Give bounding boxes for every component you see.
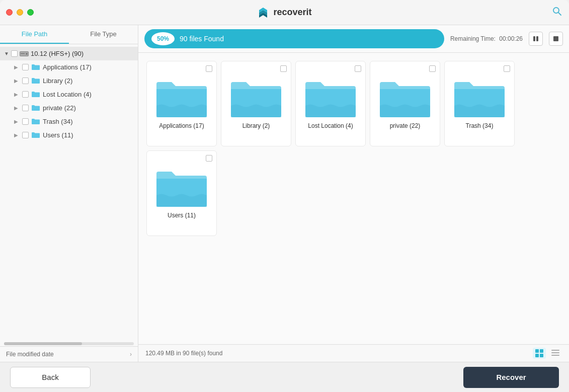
folder-icon-large: [454, 78, 505, 118]
folder-checkbox[interactable]: [355, 65, 361, 72]
pause-icon: [532, 35, 539, 42]
list-view-button[interactable]: [549, 348, 562, 359]
grid-view-icon: [535, 349, 544, 358]
sidebar-tree: ▼ 10.12 (HFS+) (90) ▶ Applications (17): [0, 44, 138, 341]
folder-icon-large: [156, 168, 207, 208]
item-label: Lost Location (4): [43, 91, 92, 98]
folder-checkbox[interactable]: [206, 155, 212, 162]
svg-rect-16: [551, 350, 559, 351]
folder-label: Lost Location (4): [308, 122, 353, 129]
folder-label: Trash (34): [466, 122, 494, 129]
folder-label: private (22): [390, 122, 421, 129]
folder-checkbox[interactable]: [429, 65, 436, 72]
item-label: Trash (34): [43, 118, 72, 125]
app-title: recoverit: [273, 7, 311, 18]
folder-card-trash[interactable]: Trash (34): [444, 61, 515, 146]
root-checkbox[interactable]: [11, 50, 18, 57]
search-icon[interactable]: [552, 6, 562, 19]
item-checkbox[interactable]: [22, 77, 29, 84]
folder-label: Users (11): [168, 212, 196, 219]
item-checkbox[interactable]: [22, 105, 29, 111]
chevron-right-icon: ›: [130, 351, 132, 358]
file-stats: 120.49 MB in 90 file(s) found: [145, 350, 222, 357]
folder-icon: [32, 105, 40, 111]
back-button[interactable]: Back: [10, 367, 91, 388]
folder-icon: [32, 91, 40, 98]
folder-icon-large: [305, 78, 356, 118]
logo: recoverit: [257, 7, 311, 19]
progress-percent-text: 50%: [157, 35, 169, 42]
sidebar-scrollbar[interactable]: [4, 342, 134, 345]
folder-icon-large: [380, 78, 430, 118]
pause-button[interactable]: [529, 32, 543, 46]
content-header: 50% 90 files Found Remaining Time: 00:00…: [138, 25, 569, 53]
chevron-right-icon: ▶: [14, 64, 18, 70]
file-grid: Applications (17) Library (2): [138, 53, 569, 344]
recover-button[interactable]: Recover: [463, 367, 559, 388]
remaining-time: Remaining Time: 00:00:26: [450, 35, 523, 42]
minimize-button[interactable]: [17, 9, 23, 16]
close-button[interactable]: [6, 9, 13, 16]
item-label: Library (2): [43, 77, 72, 85]
folder-icon: [32, 132, 40, 138]
tree-root-item[interactable]: ▼ 10.12 (HFS+) (90): [0, 47, 138, 60]
folder-label: Applications (17): [159, 122, 204, 129]
folder-checkbox[interactable]: [280, 65, 287, 72]
chevron-right-icon: ▶: [14, 78, 18, 84]
svg-rect-12: [535, 349, 539, 353]
list-item[interactable]: ▶ Library (2): [0, 74, 138, 88]
folder-icon: [32, 64, 40, 70]
folder-card-private[interactable]: private (22): [370, 61, 440, 146]
folder-card-users[interactable]: Users (11): [146, 150, 217, 236]
chevron-right-icon: ▶: [14, 92, 18, 97]
chevron-right-icon: ▶: [14, 132, 18, 138]
sidebar-tabs: File Path File Type: [0, 25, 138, 44]
item-checkbox[interactable]: [22, 118, 29, 125]
list-item[interactable]: ▶ Trash (34): [0, 115, 138, 128]
folder-card-library[interactable]: Library (2): [221, 61, 291, 146]
filter-label: File modified date: [6, 351, 54, 358]
hdd-icon: [20, 50, 29, 57]
folder-icon-large: [231, 78, 281, 118]
item-checkbox[interactable]: [22, 132, 29, 138]
list-item[interactable]: ▶ Users (11): [0, 128, 138, 142]
svg-rect-15: [540, 354, 543, 357]
list-item[interactable]: ▶ Applications (17): [0, 60, 138, 74]
scrollbar-thumb: [4, 342, 82, 345]
svg-rect-14: [535, 354, 539, 357]
sidebar: File Path File Type ▼ 10.12 (HFS+) (90) …: [0, 25, 138, 362]
folder-card-lost-location[interactable]: Lost Location (4): [295, 61, 366, 146]
svg-rect-17: [551, 352, 559, 353]
svg-rect-8: [21, 53, 25, 54]
logo-icon: [257, 7, 269, 19]
svg-line-4: [558, 13, 561, 15]
list-view-icon: [551, 349, 560, 358]
item-label: private (22): [43, 104, 76, 112]
files-found-text: 90 files Found: [180, 35, 224, 43]
list-item[interactable]: ▶ Lost Location (4): [0, 88, 138, 101]
list-item[interactable]: ▶ private (22): [0, 101, 138, 115]
item-checkbox[interactable]: [22, 91, 29, 98]
chevron-right-icon: ▶: [14, 105, 18, 111]
svg-rect-18: [551, 355, 559, 356]
svg-point-7: [26, 53, 27, 54]
tab-file-path[interactable]: File Path: [0, 25, 69, 44]
item-checkbox[interactable]: [22, 64, 29, 70]
folder-card-applications[interactable]: Applications (17): [146, 61, 217, 146]
maximize-button[interactable]: [27, 9, 34, 16]
item-label: Users (11): [43, 131, 73, 139]
tab-file-type[interactable]: File Type: [69, 25, 138, 44]
content-area: 50% 90 files Found Remaining Time: 00:00…: [138, 25, 569, 362]
svg-rect-10: [536, 36, 538, 41]
folder-checkbox[interactable]: [504, 65, 510, 72]
chevron-right-icon: ▶: [14, 119, 18, 124]
file-modified-filter[interactable]: File modified date ›: [0, 346, 138, 362]
folder-checkbox[interactable]: [206, 65, 212, 72]
chevron-down-icon: ▼: [4, 51, 9, 56]
grid-view-button[interactable]: [533, 348, 546, 359]
svg-rect-11: [553, 36, 558, 41]
progress-percent-badge: 50%: [151, 32, 175, 45]
stop-button[interactable]: [549, 32, 563, 46]
folder-label: Library (2): [242, 122, 270, 129]
folder-icon-large: [156, 78, 207, 118]
